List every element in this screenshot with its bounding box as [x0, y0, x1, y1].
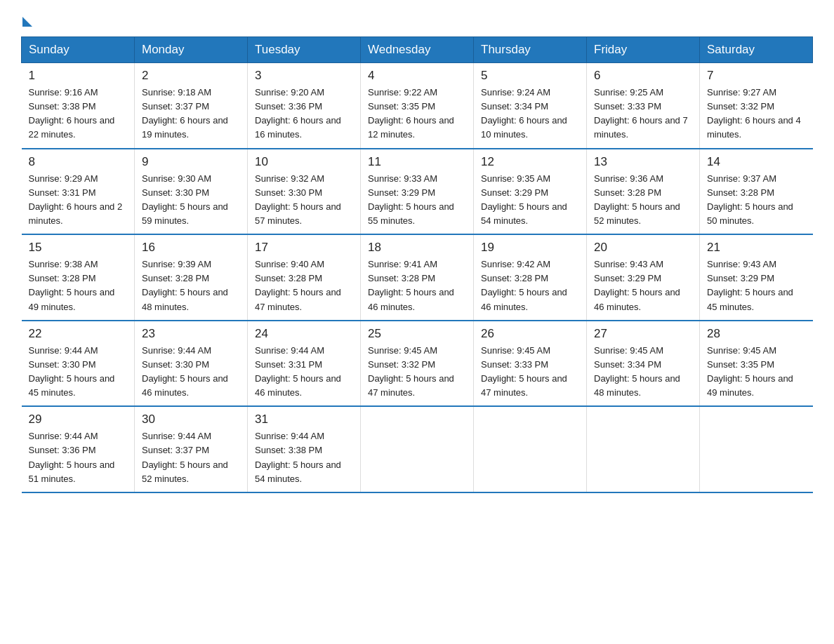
- day-number: 20: [594, 241, 692, 255]
- day-info: Sunrise: 9:29 AMSunset: 3:31 PMDaylight:…: [29, 173, 123, 226]
- day-info: Sunrise: 9:44 AMSunset: 3:31 PMDaylight:…: [255, 345, 341, 398]
- header-tuesday: Tuesday: [248, 37, 361, 63]
- calendar-cell: 8 Sunrise: 9:29 AMSunset: 3:31 PMDayligh…: [22, 149, 135, 235]
- day-number: 17: [255, 241, 353, 255]
- day-number: 25: [368, 327, 466, 341]
- calendar-cell: 19 Sunrise: 9:42 AMSunset: 3:28 PMDaylig…: [474, 234, 587, 321]
- day-info: Sunrise: 9:45 AMSunset: 3:33 PMDaylight:…: [481, 345, 567, 398]
- calendar-cell: 4 Sunrise: 9:22 AMSunset: 3:35 PMDayligh…: [361, 63, 474, 149]
- day-number: 2: [142, 69, 240, 83]
- day-number: 22: [29, 327, 128, 341]
- calendar-cell: 23 Sunrise: 9:44 AMSunset: 3:30 PMDaylig…: [135, 321, 248, 407]
- day-info: Sunrise: 9:32 AMSunset: 3:30 PMDaylight:…: [255, 173, 341, 226]
- calendar-cell: 31 Sunrise: 9:44 AMSunset: 3:38 PMDaylig…: [248, 406, 361, 492]
- calendar-cell: [474, 406, 587, 492]
- calendar-cell: 24 Sunrise: 9:44 AMSunset: 3:31 PMDaylig…: [248, 321, 361, 407]
- day-number: 15: [29, 241, 128, 255]
- header-saturday: Saturday: [700, 37, 813, 63]
- day-info: Sunrise: 9:40 AMSunset: 3:28 PMDaylight:…: [255, 259, 341, 311]
- day-info: Sunrise: 9:44 AMSunset: 3:36 PMDaylight:…: [29, 431, 115, 483]
- calendar-cell: 3 Sunrise: 9:20 AMSunset: 3:36 PMDayligh…: [248, 63, 361, 149]
- logo-arrow-icon: [22, 17, 32, 27]
- calendar-cell: 29 Sunrise: 9:44 AMSunset: 3:36 PMDaylig…: [22, 406, 135, 492]
- day-number: 3: [255, 69, 353, 83]
- calendar-cell: 6 Sunrise: 9:25 AMSunset: 3:33 PMDayligh…: [587, 63, 700, 149]
- calendar-cell: 2 Sunrise: 9:18 AMSunset: 3:37 PMDayligh…: [135, 63, 248, 149]
- day-number: 13: [594, 155, 692, 169]
- day-number: 10: [255, 155, 353, 169]
- day-number: 28: [707, 327, 806, 341]
- header-thursday: Thursday: [474, 37, 587, 63]
- calendar-cell: 16 Sunrise: 9:39 AMSunset: 3:28 PMDaylig…: [135, 234, 248, 321]
- day-info: Sunrise: 9:45 AMSunset: 3:32 PMDaylight:…: [368, 345, 454, 398]
- calendar-cell: 13 Sunrise: 9:36 AMSunset: 3:28 PMDaylig…: [587, 149, 700, 235]
- day-info: Sunrise: 9:35 AMSunset: 3:29 PMDaylight:…: [481, 173, 567, 226]
- calendar-cell: 27 Sunrise: 9:45 AMSunset: 3:34 PMDaylig…: [587, 321, 700, 407]
- calendar-cell: 12 Sunrise: 9:35 AMSunset: 3:29 PMDaylig…: [474, 149, 587, 235]
- calendar-week-row: 8 Sunrise: 9:29 AMSunset: 3:31 PMDayligh…: [22, 149, 813, 235]
- day-number: 1: [29, 69, 128, 83]
- header-friday: Friday: [587, 37, 700, 63]
- day-number: 19: [481, 241, 579, 255]
- day-number: 23: [142, 327, 240, 341]
- header-sunday: Sunday: [22, 37, 135, 63]
- calendar-cell: 30 Sunrise: 9:44 AMSunset: 3:37 PMDaylig…: [135, 406, 248, 492]
- day-info: Sunrise: 9:22 AMSunset: 3:35 PMDaylight:…: [368, 87, 454, 140]
- calendar-cell: 7 Sunrise: 9:27 AMSunset: 3:32 PMDayligh…: [700, 63, 813, 149]
- day-info: Sunrise: 9:37 AMSunset: 3:28 PMDaylight:…: [707, 173, 793, 226]
- day-info: Sunrise: 9:18 AMSunset: 3:37 PMDaylight:…: [142, 87, 228, 140]
- calendar-week-row: 29 Sunrise: 9:44 AMSunset: 3:36 PMDaylig…: [22, 406, 813, 492]
- day-info: Sunrise: 9:36 AMSunset: 3:28 PMDaylight:…: [594, 173, 680, 226]
- day-number: 8: [29, 155, 128, 169]
- day-info: Sunrise: 9:43 AMSunset: 3:29 PMDaylight:…: [594, 259, 680, 311]
- calendar-cell: 15 Sunrise: 9:38 AMSunset: 3:28 PMDaylig…: [22, 234, 135, 321]
- day-number: 29: [29, 412, 128, 427]
- calendar-table: SundayMondayTuesdayWednesdayThursdayFrid…: [21, 36, 813, 493]
- header-wednesday: Wednesday: [361, 37, 474, 63]
- day-info: Sunrise: 9:45 AMSunset: 3:35 PMDaylight:…: [707, 345, 793, 398]
- calendar-week-row: 22 Sunrise: 9:44 AMSunset: 3:30 PMDaylig…: [22, 321, 813, 407]
- header-monday: Monday: [135, 37, 248, 63]
- day-number: 21: [707, 241, 806, 255]
- day-info: Sunrise: 9:43 AMSunset: 3:29 PMDaylight:…: [707, 259, 793, 311]
- day-info: Sunrise: 9:44 AMSunset: 3:30 PMDaylight:…: [142, 345, 228, 398]
- day-info: Sunrise: 9:16 AMSunset: 3:38 PMDaylight:…: [29, 87, 115, 140]
- calendar-cell: 11 Sunrise: 9:33 AMSunset: 3:29 PMDaylig…: [361, 149, 474, 235]
- day-info: Sunrise: 9:24 AMSunset: 3:34 PMDaylight:…: [481, 87, 567, 140]
- day-number: 6: [594, 69, 692, 83]
- day-number: 9: [142, 155, 240, 169]
- calendar-cell: 10 Sunrise: 9:32 AMSunset: 3:30 PMDaylig…: [248, 149, 361, 235]
- day-number: 27: [594, 327, 692, 341]
- page-header: [21, 14, 813, 24]
- day-number: 12: [481, 155, 579, 169]
- day-number: 11: [368, 155, 466, 169]
- calendar-week-row: 1 Sunrise: 9:16 AMSunset: 3:38 PMDayligh…: [22, 63, 813, 149]
- calendar-header-row: SundayMondayTuesdayWednesdayThursdayFrid…: [22, 37, 813, 63]
- calendar-cell: 20 Sunrise: 9:43 AMSunset: 3:29 PMDaylig…: [587, 234, 700, 321]
- day-info: Sunrise: 9:39 AMSunset: 3:28 PMDaylight:…: [142, 259, 228, 311]
- day-info: Sunrise: 9:45 AMSunset: 3:34 PMDaylight:…: [594, 345, 680, 398]
- day-info: Sunrise: 9:44 AMSunset: 3:37 PMDaylight:…: [142, 431, 228, 483]
- calendar-cell: 26 Sunrise: 9:45 AMSunset: 3:33 PMDaylig…: [474, 321, 587, 407]
- day-info: Sunrise: 9:27 AMSunset: 3:32 PMDaylight:…: [707, 87, 801, 140]
- calendar-cell: 22 Sunrise: 9:44 AMSunset: 3:30 PMDaylig…: [22, 321, 135, 407]
- calendar-cell: [361, 406, 474, 492]
- day-number: 4: [368, 69, 466, 83]
- calendar-cell: 9 Sunrise: 9:30 AMSunset: 3:30 PMDayligh…: [135, 149, 248, 235]
- calendar-cell: 17 Sunrise: 9:40 AMSunset: 3:28 PMDaylig…: [248, 234, 361, 321]
- calendar-cell: 25 Sunrise: 9:45 AMSunset: 3:32 PMDaylig…: [361, 321, 474, 407]
- calendar-cell: 18 Sunrise: 9:41 AMSunset: 3:28 PMDaylig…: [361, 234, 474, 321]
- calendar-cell: [700, 406, 813, 492]
- day-number: 26: [481, 327, 579, 341]
- calendar-cell: [587, 406, 700, 492]
- day-number: 30: [142, 412, 240, 427]
- calendar-cell: 1 Sunrise: 9:16 AMSunset: 3:38 PMDayligh…: [22, 63, 135, 149]
- calendar-cell: 28 Sunrise: 9:45 AMSunset: 3:35 PMDaylig…: [700, 321, 813, 407]
- day-number: 5: [481, 69, 579, 83]
- day-number: 31: [255, 412, 353, 427]
- calendar-cell: 5 Sunrise: 9:24 AMSunset: 3:34 PMDayligh…: [474, 63, 587, 149]
- day-info: Sunrise: 9:44 AMSunset: 3:38 PMDaylight:…: [255, 431, 341, 483]
- calendar-cell: 21 Sunrise: 9:43 AMSunset: 3:29 PMDaylig…: [700, 234, 813, 321]
- day-number: 7: [707, 69, 806, 83]
- calendar-cell: 14 Sunrise: 9:37 AMSunset: 3:28 PMDaylig…: [700, 149, 813, 235]
